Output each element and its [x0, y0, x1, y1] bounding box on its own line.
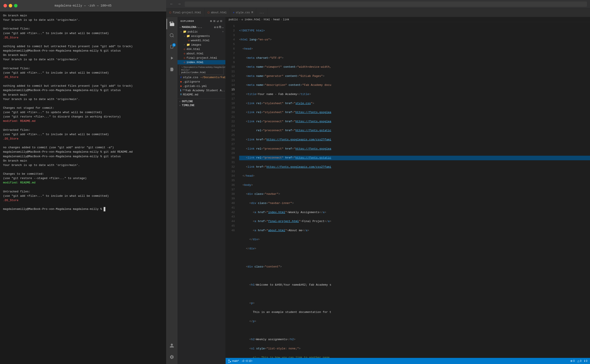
code-line-10: <link rel="stylesheet" href="https://fon…: [239, 110, 590, 115]
sync-status[interactable]: ↓0 ↑0 10↑: [241, 359, 253, 363]
activity-bar: [166, 17, 177, 364]
tree-item-assignments[interactable]: › 📁 assignments: [177, 34, 225, 38]
code-editor[interactable]: 1 2 3 4 5 6 7 8 9 10 11 12 13 14 15 16 1: [226, 22, 590, 358]
code-line-35: <h2>Weekly assignments</h2>: [239, 337, 590, 342]
code-content[interactable]: <!DOCTYPE html> <html lang="en-us"> <hea…: [237, 22, 590, 358]
line-num-39: 39: [226, 196, 235, 201]
tab-about[interactable]: ⬡ about.html: [204, 8, 230, 17]
settings-icon[interactable]: [167, 352, 177, 362]
line-num-23: 23: [226, 124, 235, 129]
breadcrumb-index[interactable]: ◇ index.html: [241, 18, 260, 21]
code-line-1: <!DOCTYPE html>: [239, 29, 590, 33]
breadcrumb-head[interactable]: head: [273, 18, 280, 21]
more-btn[interactable]: …: [222, 26, 224, 29]
line-num-7: 7: [226, 51, 235, 56]
code-line-4: <meta charset="UTF-8">: [239, 56, 590, 60]
tree-item-week01[interactable]: ◇ week01.html: [177, 38, 225, 43]
line-num-29: 29: [226, 151, 235, 156]
new-folder-btn[interactable]: ⊞: [217, 26, 218, 29]
line-num-34: 34: [226, 174, 235, 178]
errors-count[interactable]: ⊗ 0: [570, 359, 575, 363]
breadcrumb-link[interactable]: link: [283, 18, 289, 21]
timeline-section-header[interactable]: › TIMELINE: [177, 104, 225, 107]
close-button[interactable]: [4, 4, 7, 7]
source-control-icon[interactable]: [167, 41, 177, 52]
line-num-14: 14: [226, 83, 235, 88]
new-file-btn[interactable]: ⊕: [214, 26, 216, 29]
nav-forward-button[interactable]: →: [177, 2, 182, 6]
terminal-titlebar: magdalena-milly — -zsh — 100×45: [0, 0, 166, 11]
terminal-content[interactable]: On branch main Your branch is up to date…: [0, 11, 166, 364]
code-line-3: <head>: [239, 47, 590, 51]
html-file-icon: ◇: [184, 56, 185, 60]
tab-final-project[interactable]: ⬡ final-project.html: [166, 8, 204, 17]
html-file-icon: ◇: [184, 47, 185, 51]
git-branch[interactable]: main*: [228, 359, 239, 363]
line-num-41: 41: [226, 206, 235, 210]
info-icon: ℹ: [180, 89, 181, 92]
run-debug-icon[interactable]: [167, 53, 177, 63]
tree-item-gitignore[interactable]: ◆ .gitignore: [177, 79, 225, 84]
code-line-13: <link href="https://fonts.googleapis.com…: [239, 137, 590, 142]
code-line-19: <div class="navbar">: [239, 192, 590, 196]
collapse-all-icon[interactable]: ⊟: [220, 19, 222, 23]
clone-btn[interactable]: ⎘: [219, 26, 221, 29]
code-line-2: <html lang="en-us">: [239, 38, 590, 42]
search-icon[interactable]: [167, 30, 177, 41]
vscode-main-content: EXPLORER ⊕ ⊞ ↺ ⊟ › MAGDALENA-... ⊕ ⊞ ⎘: [166, 17, 590, 364]
line-num-10: 10: [226, 65, 235, 69]
info-count[interactable]: ℹ 0: [584, 359, 587, 363]
gitlab-icon: ◆: [180, 84, 182, 88]
svg-point-1: [170, 34, 173, 37]
code-line-20: <div class="navbar-inner">: [239, 201, 590, 206]
chevron-icon: ›: [179, 100, 181, 103]
search-bar[interactable]: [185, 1, 587, 7]
html-file-icon: ◇: [184, 52, 185, 55]
repo-section-header[interactable]: › MAGDALENA-... ⊕ ⊞ ⎘ …: [177, 25, 225, 29]
warnings-count[interactable]: △ 0: [577, 359, 582, 363]
account-icon[interactable]: [167, 340, 177, 351]
refresh-icon[interactable]: ↺: [217, 19, 219, 23]
line-num-12: 12: [226, 74, 235, 79]
chevron-icon: ›: [179, 27, 181, 28]
code-line-31: <p>: [239, 301, 590, 306]
tree-item-about[interactable]: ◇ about.html: [177, 51, 225, 56]
tree-item-label: week01.html: [191, 39, 210, 42]
terminal-panel: magdalena-milly — -zsh — 100×45 On branc…: [0, 0, 166, 364]
line-num-3: 3: [226, 33, 235, 38]
tree-item-style-css[interactable]: # style.css ~/Documents/Fabacademy/magda…: [177, 75, 225, 79]
tree-item-readme[interactable]: M README.md: [177, 93, 225, 97]
nav-back-button[interactable]: ←: [169, 2, 174, 6]
extensions-icon[interactable]: [167, 64, 177, 75]
outline-section-header[interactable]: › OUTLINE: [177, 100, 225, 104]
tree-item-gitlab-ci[interactable]: ◆ .gitlab-ci.yml: [177, 84, 225, 88]
new-folder-icon[interactable]: ⊞: [213, 19, 215, 23]
explorer-sidebar: EXPLORER ⊕ ⊞ ↺ ⊟ › MAGDALENA-... ⊕ ⊞ ⎘: [177, 17, 226, 364]
new-file-icon[interactable]: ⊕: [210, 19, 212, 23]
status-bar-left: main* ↓0 ↑0 10↑: [228, 359, 253, 363]
tree-item-public[interactable]: › 📁 public ●: [177, 29, 225, 34]
breadcrumb-public[interactable]: public: [229, 18, 238, 21]
tree-item-images[interactable]: › 📁 images: [177, 43, 225, 47]
status-bar-right: ⊗ 0 △ 0 ℹ 0: [570, 359, 587, 363]
code-line-5: <meta name="viewport" content="width=dev…: [239, 65, 590, 69]
fullscreen-button[interactable]: [14, 4, 18, 7]
explorer-icon[interactable]: [167, 19, 177, 29]
folder-icon: 📁: [187, 43, 190, 46]
tab-more[interactable]: ...: [256, 8, 267, 17]
line-num-36: 36: [226, 183, 235, 188]
tree-item-final-project[interactable]: ◇ final-project.html: [177, 56, 225, 60]
tree-item-index[interactable]: ◇ index.html: [177, 60, 225, 65]
code-line-9: <link rel="stylesheet" href="style.css">: [239, 101, 590, 106]
breadcrumb: public › ◇ index.html › html › head › li…: [226, 17, 590, 22]
tree-item-fab-academy[interactable]: ℹ **Fab Academy Student A...: [177, 88, 225, 93]
outline-label: OUTLINE: [182, 100, 193, 103]
css-file-icon: #: [180, 76, 182, 79]
code-line-28: [239, 274, 590, 278]
tab-style-css[interactable]: # style.css M: [230, 8, 256, 17]
code-line-8: <title>Your name - Fab Academy</title>: [239, 92, 590, 97]
breadcrumb-html[interactable]: html: [264, 18, 270, 21]
traffic-lights: [4, 4, 18, 7]
tree-item-404[interactable]: ◇ 404.html: [177, 47, 225, 51]
minimize-button[interactable]: [9, 4, 12, 7]
